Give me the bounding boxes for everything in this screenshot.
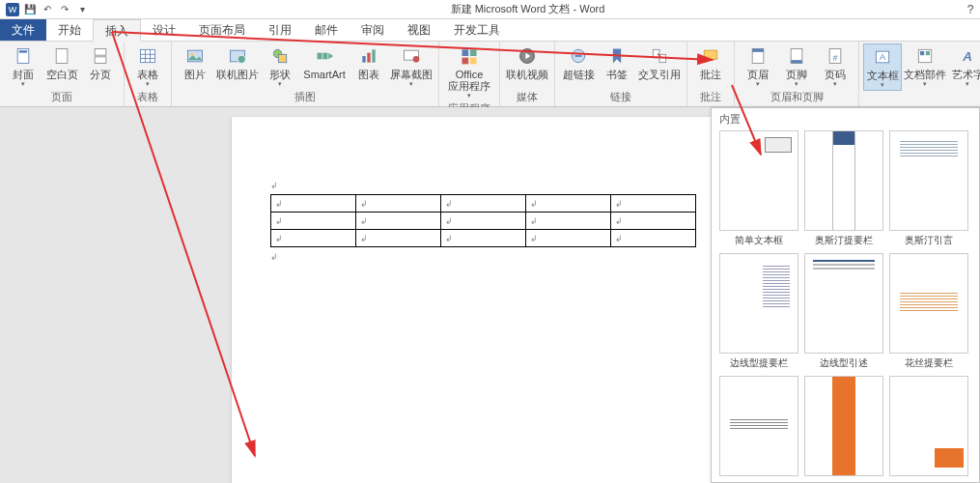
svg-rect-20 xyxy=(372,49,375,62)
hyperlink-button[interactable]: 超链接 xyxy=(559,43,598,82)
svg-rect-34 xyxy=(791,60,802,63)
tab-references[interactable]: 引用 xyxy=(257,19,303,41)
gallery-item-austin-quote[interactable]: 奥斯汀引言 xyxy=(889,130,968,247)
page-number-button[interactable]: #页码▾ xyxy=(816,43,854,89)
tab-layout[interactable]: 页面布局 xyxy=(187,19,257,41)
gallery-item-lace-sidebar[interactable]: 花丝提要栏 xyxy=(889,253,968,370)
gallery-item-border-sidebar[interactable]: 边线型提要栏 xyxy=(719,253,798,370)
svg-rect-23 xyxy=(462,49,469,56)
header-button[interactable]: 页眉▾ xyxy=(739,43,777,89)
svg-rect-15 xyxy=(278,54,286,62)
crossref-button[interactable]: 交叉引用 xyxy=(636,43,683,82)
table-row[interactable]: ↲↲↲↲↲ xyxy=(271,195,696,213)
group-tables: 表格▾ 表格 xyxy=(125,42,172,106)
quickparts-button[interactable]: 文档部件▾ xyxy=(902,43,948,89)
group-headerfooter-label: 页眉和页脚 xyxy=(739,89,854,106)
page[interactable]: ↲ ↲↲↲↲↲ ↲↲↲↲↲ ↲↲↲↲↲ ↲ xyxy=(232,117,714,483)
wordart-button[interactable]: A艺术字▾ xyxy=(948,43,980,89)
paragraph-mark: ↲ xyxy=(270,181,278,190)
cover-page-button[interactable]: 封面▾ xyxy=(4,43,42,89)
group-comments: 批注 批注 xyxy=(687,42,735,106)
group-media: 联机视频 媒体 xyxy=(500,42,555,106)
help-icon[interactable]: ? xyxy=(961,3,980,16)
thumb-icon xyxy=(889,130,968,231)
table-button[interactable]: 表格▾ xyxy=(128,43,167,89)
svg-rect-18 xyxy=(362,56,365,63)
svg-rect-32 xyxy=(752,49,764,52)
footer-button[interactable]: 页脚▾ xyxy=(777,43,816,89)
svg-rect-25 xyxy=(462,58,469,65)
tab-design[interactable]: 设计 xyxy=(141,19,187,41)
svg-rect-40 xyxy=(920,51,924,55)
online-video-button[interactable]: 联机视频 xyxy=(504,43,550,82)
tab-insert[interactable]: 插入 xyxy=(93,19,141,42)
online-picture-icon xyxy=(227,45,248,67)
comment-button[interactable]: 批注 xyxy=(691,43,730,82)
svg-point-13 xyxy=(238,55,245,63)
page-break-button[interactable]: 分页 xyxy=(81,43,120,82)
svg-text:A: A xyxy=(962,49,972,64)
crossref-icon xyxy=(649,45,670,67)
apps-icon xyxy=(459,45,480,67)
table-row[interactable]: ↲↲↲↲↲ xyxy=(271,230,696,247)
gallery-item[interactable] xyxy=(804,376,883,476)
textbox-button[interactable]: A文本框▾ xyxy=(863,43,902,91)
gallery-item-border-quote[interactable]: 边线型引述 xyxy=(804,253,883,370)
group-comments-label: 批注 xyxy=(691,89,730,106)
group-pages: 封面▾ 空白页 分页 页面 xyxy=(0,42,125,106)
svg-rect-17 xyxy=(322,53,327,60)
save-icon[interactable]: 💾 xyxy=(23,3,37,16)
thumb-icon xyxy=(804,130,883,231)
picture-icon xyxy=(184,45,206,67)
smartart-button[interactable]: SmartArt xyxy=(299,43,350,82)
redo-icon[interactable]: ↷ xyxy=(58,3,71,16)
wordart-icon: A xyxy=(957,45,978,67)
quickparts-icon xyxy=(914,45,936,67)
tab-home[interactable]: 开始 xyxy=(46,19,93,41)
shapes-button[interactable]: 形状▾ xyxy=(261,43,299,89)
tab-view[interactable]: 视图 xyxy=(396,19,442,41)
thumb-icon xyxy=(804,376,883,476)
smartart-icon xyxy=(314,45,335,67)
tab-file[interactable]: 文件 xyxy=(0,19,46,41)
group-links: 超链接 书签 交叉引用 链接 xyxy=(555,42,687,106)
table-row[interactable]: ↲↲↲↲↲ xyxy=(271,213,696,230)
undo-icon[interactable]: ↶ xyxy=(41,3,54,16)
group-tables-label: 表格 xyxy=(128,89,167,106)
gallery-item-simple-textbox[interactable]: 简单文本框 xyxy=(719,130,798,247)
bookmark-button[interactable]: 书签 xyxy=(598,43,636,82)
shapes-icon xyxy=(269,45,291,67)
picture-button[interactable]: 图片 xyxy=(176,43,214,82)
qat-dropdown-icon[interactable]: ▾ xyxy=(75,3,89,16)
screenshot-icon xyxy=(401,45,422,67)
svg-text:A: A xyxy=(880,52,886,62)
gallery-item[interactable] xyxy=(719,376,798,476)
thumb-icon xyxy=(719,130,798,231)
paragraph-mark: ↲ xyxy=(270,252,278,262)
office-apps-button[interactable]: Office 应用程序▾ xyxy=(443,43,495,100)
screenshot-button[interactable]: 屏幕截图▾ xyxy=(388,43,434,89)
thumb-icon xyxy=(889,253,968,354)
tab-mail[interactable]: 邮件 xyxy=(303,19,350,41)
document-table[interactable]: ↲↲↲↲↲ ↲↲↲↲↲ ↲↲↲↲↲ xyxy=(270,194,696,247)
quick-access-toolbar: W 💾 ↶ ↷ ▾ xyxy=(0,3,95,16)
online-pictures-button[interactable]: 联机图片 xyxy=(214,43,261,82)
gallery-item-austin-sidebar[interactable]: 奥斯汀提要栏 xyxy=(804,130,883,247)
tab-review[interactable]: 审阅 xyxy=(350,19,396,41)
video-icon xyxy=(517,45,538,67)
group-headerfooter: 页眉▾ 页脚▾ #页码▾ 页眉和页脚 xyxy=(735,42,859,106)
gallery-item[interactable] xyxy=(889,376,968,476)
blank-page-button[interactable]: 空白页 xyxy=(42,43,81,82)
group-apps: Office 应用程序▾ 应用程序 xyxy=(439,42,500,106)
group-illustrations-label: 插图 xyxy=(176,89,434,106)
svg-rect-26 xyxy=(470,58,477,65)
svg-rect-3 xyxy=(95,49,106,56)
word-app-icon: W xyxy=(6,3,19,16)
bookmark-icon xyxy=(606,45,628,67)
chart-button[interactable]: 图表 xyxy=(350,43,388,82)
tab-dev[interactable]: 开发工具 xyxy=(442,19,512,41)
window-title: 新建 Microsoft Word 文档 - Word xyxy=(95,2,961,16)
svg-rect-2 xyxy=(56,49,68,64)
svg-rect-5 xyxy=(141,49,155,62)
group-links-label: 链接 xyxy=(559,89,683,106)
